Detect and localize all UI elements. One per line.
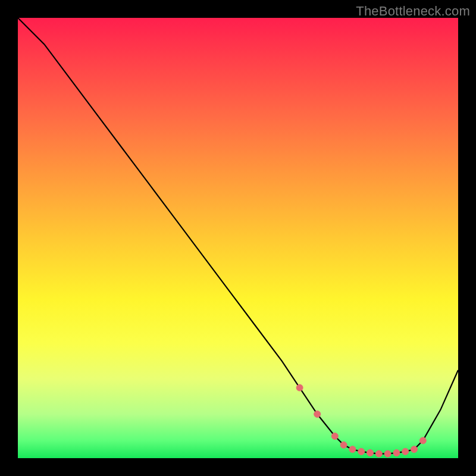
curve-path [18, 18, 458, 454]
marker-dot [419, 437, 426, 444]
marker-group [296, 384, 426, 457]
plot-area [18, 18, 458, 458]
marker-dot [358, 448, 365, 455]
marker-dot [340, 441, 347, 448]
marker-dot [331, 433, 338, 440]
curve-svg [18, 18, 458, 458]
marker-dot [296, 384, 303, 391]
marker-dot [411, 446, 418, 453]
marker-dot [314, 411, 321, 418]
watermark-text: TheBottleneck.com [356, 4, 470, 19]
marker-dot [349, 446, 356, 453]
chart-frame: TheBottleneck.com [0, 0, 476, 476]
marker-dot [393, 450, 400, 456]
marker-dot [375, 450, 382, 457]
marker-dot [402, 448, 409, 455]
marker-dot [384, 450, 391, 457]
marker-dot [367, 450, 374, 456]
